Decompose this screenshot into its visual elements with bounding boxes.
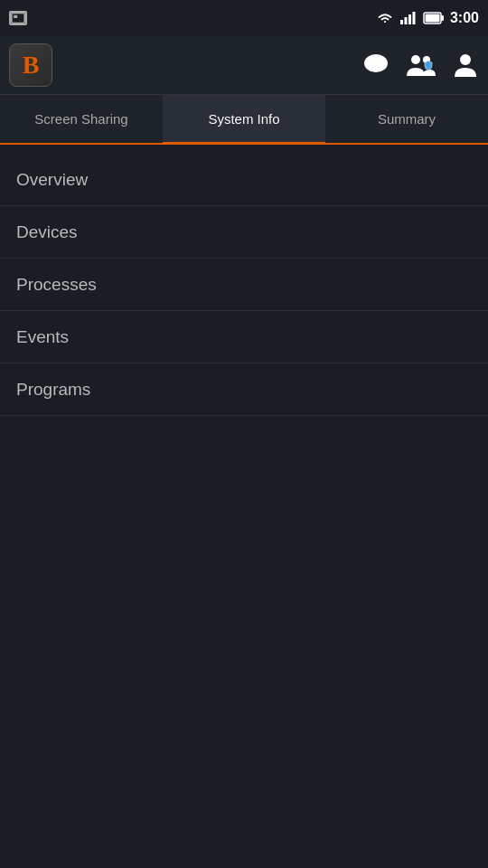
app-icon[interactable]: B [9, 43, 52, 87]
tab-summary[interactable]: Summary [325, 95, 488, 143]
chat-icon[interactable] [361, 52, 390, 79]
svg-rect-7 [441, 15, 444, 21]
svg-rect-1 [14, 15, 17, 18]
battery-icon [423, 12, 445, 24]
tab-screen-sharing[interactable]: Screen Sharing [0, 95, 163, 143]
svg-rect-4 [408, 14, 411, 24]
status-time: 3:00 [450, 10, 479, 26]
svg-point-11 [411, 55, 420, 64]
app-icon-letter: B [23, 51, 40, 80]
wifi-icon [376, 11, 394, 25]
svg-rect-8 [425, 14, 439, 23]
header-icons [361, 52, 479, 79]
status-bar: 3:00 [0, 0, 488, 36]
signal-icon [399, 11, 418, 25]
menu-item-overview[interactable]: Overview [0, 154, 488, 206]
menu-item-devices[interactable]: Devices [0, 206, 488, 259]
status-left [9, 11, 27, 25]
group-icon[interactable] [405, 52, 437, 79]
screenshot-icon [9, 11, 27, 25]
person-icon[interactable] [452, 52, 479, 79]
menu-item-programs[interactable]: Programs [0, 363, 488, 416]
menu-list: Overview Devices Processes Events Progra… [0, 145, 488, 416]
tab-system-info[interactable]: System Info [163, 95, 325, 145]
svg-rect-2 [400, 20, 403, 24]
svg-rect-5 [412, 12, 415, 24]
svg-point-9 [364, 54, 388, 72]
svg-point-13 [460, 54, 471, 65]
tab-bar: Screen Sharing System Info Summary [0, 95, 488, 145]
status-right: 3:00 [376, 10, 479, 26]
svg-rect-3 [404, 17, 407, 24]
menu-item-processes[interactable]: Processes [0, 259, 488, 311]
svg-rect-0 [12, 13, 24, 23]
menu-item-events[interactable]: Events [0, 311, 488, 363]
header: B [0, 36, 488, 95]
